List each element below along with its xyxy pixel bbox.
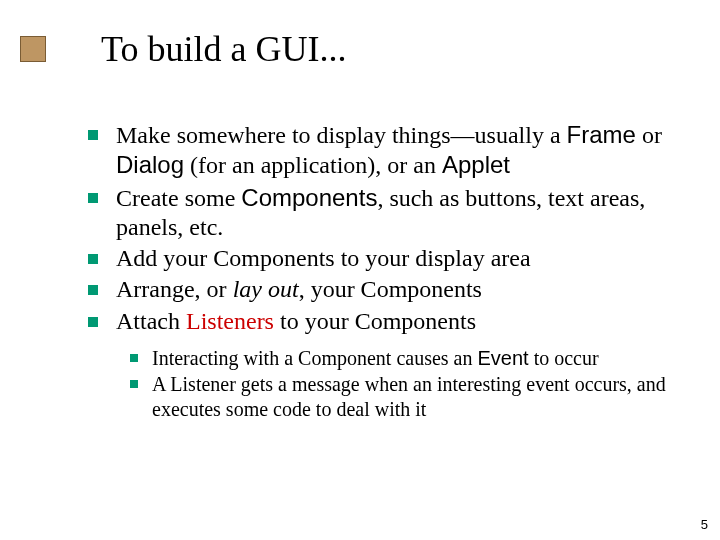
title-row: To build a GUI...	[0, 28, 346, 70]
list-item: Make somewhere to display things—usually…	[88, 120, 690, 181]
square-bullet-icon	[130, 354, 138, 362]
text-run-red: Listeners	[186, 308, 274, 334]
list-item-text: Attach Listeners to your Components	[116, 307, 690, 336]
list-item: Add your Components to your display area	[88, 244, 690, 273]
square-bullet-icon	[88, 130, 98, 140]
square-bullet-icon	[88, 193, 98, 203]
sub-list: Interacting with a Component causes an E…	[130, 346, 690, 421]
text-run: to occur	[529, 347, 599, 369]
slide-body: Make somewhere to display things—usually…	[88, 120, 690, 423]
text-run: Interacting with a Component causes an	[152, 347, 477, 369]
text-run: (for an application), or an	[184, 152, 442, 178]
text-run: Attach	[116, 308, 186, 334]
text-run-code: Applet	[442, 151, 510, 178]
list-item-text: Create some Components, such as buttons,…	[116, 183, 690, 243]
text-run-code: Event	[477, 347, 528, 369]
list-item: Arrange, or lay out, your Components	[88, 275, 690, 304]
text-run: A Listener gets a message when an intere…	[152, 373, 666, 419]
text-run-code: Components	[241, 184, 377, 211]
text-run: Arrange, or	[116, 276, 233, 302]
text-run-italic: lay out	[233, 276, 299, 302]
square-bullet-icon	[88, 285, 98, 295]
list-item-text: Arrange, or lay out, your Components	[116, 275, 690, 304]
list-item-text: Add your Components to your display area	[116, 244, 690, 273]
text-run: Add your Components to your display area	[116, 245, 531, 271]
list-item-text: Interacting with a Component causes an E…	[152, 346, 690, 370]
slide: To build a GUI... Make somewhere to disp…	[0, 0, 720, 540]
text-run: Make somewhere to display things—usually…	[116, 122, 567, 148]
square-bullet-icon	[130, 380, 138, 388]
square-bullet-icon	[88, 254, 98, 264]
list-item: A Listener gets a message when an intere…	[130, 372, 690, 421]
text-run: to your Components	[274, 308, 476, 334]
square-bullet-icon	[88, 317, 98, 327]
slide-title: To build a GUI...	[101, 28, 346, 70]
list-item: Attach Listeners to your Components	[88, 307, 690, 336]
page-number: 5	[701, 517, 708, 532]
accent-square-icon	[20, 36, 46, 62]
list-item: Interacting with a Component causes an E…	[130, 346, 690, 370]
text-run: Create some	[116, 185, 241, 211]
list-item-text: A Listener gets a message when an intere…	[152, 372, 690, 421]
text-run: , your Components	[299, 276, 482, 302]
text-run-code: Dialog	[116, 151, 184, 178]
list-item: Create some Components, such as buttons,…	[88, 183, 690, 243]
list-item-text: Make somewhere to display things—usually…	[116, 120, 690, 181]
text-run-code: Frame	[567, 121, 636, 148]
text-run: or	[636, 122, 662, 148]
